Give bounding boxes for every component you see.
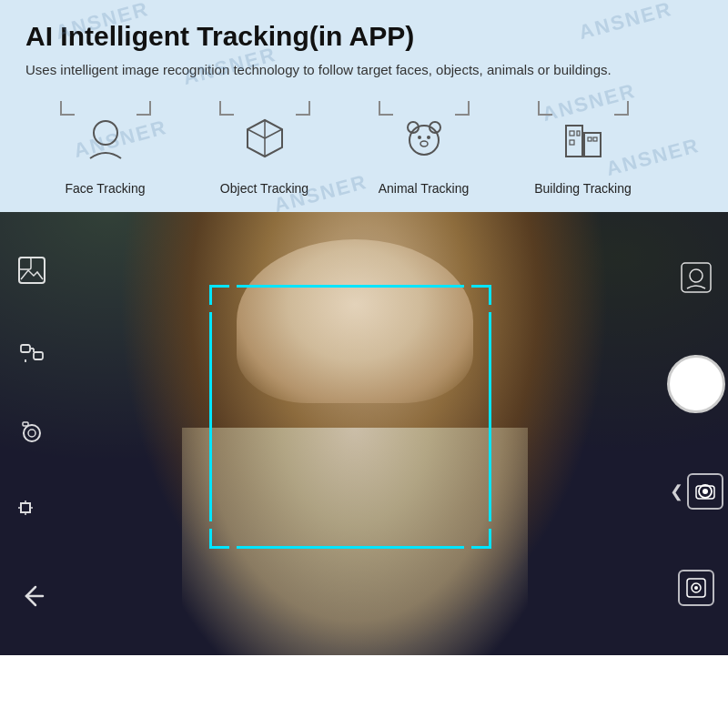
face-track-icon[interactable] <box>679 260 713 295</box>
face-icon-box <box>60 101 151 174</box>
svg-rect-16 <box>570 140 574 145</box>
animal-svg-icon <box>399 113 449 162</box>
svg-line-3 <box>248 129 265 138</box>
svg-rect-35 <box>682 263 711 292</box>
svg-point-9 <box>418 136 421 139</box>
back-icon[interactable] <box>15 579 49 613</box>
camera-left-sidebar <box>0 212 64 655</box>
svg-point-11 <box>420 141 428 147</box>
connect-icon[interactable] <box>15 335 49 369</box>
svg-rect-17 <box>588 137 592 141</box>
chevron-left-icon: ❮ <box>670 481 683 501</box>
building-tracking-label: Building Tracking <box>534 181 632 196</box>
tracking-item-object: Object Tracking <box>185 101 344 196</box>
svg-point-42 <box>694 586 698 590</box>
camera-section: ❮ <box>0 212 728 655</box>
object-svg-icon <box>240 113 289 162</box>
svg-point-26 <box>24 425 40 441</box>
tracking-item-face: Face Tracking <box>25 101 185 196</box>
svg-rect-15 <box>577 131 580 136</box>
camera-settings-icon[interactable] <box>678 570 714 606</box>
svg-point-27 <box>28 430 35 437</box>
svg-point-36 <box>690 269 703 282</box>
svg-rect-28 <box>23 422 28 426</box>
gallery-icon[interactable] <box>15 253 49 288</box>
tracking-item-building: Building Tracking <box>503 101 662 196</box>
svg-point-10 <box>427 136 430 139</box>
svg-rect-21 <box>21 345 30 352</box>
svg-line-4 <box>265 129 282 138</box>
tracking-item-animal: Animal Tracking <box>344 101 503 196</box>
flip-camera-icon[interactable] <box>687 473 723 510</box>
object-icon-box <box>219 101 310 174</box>
person-hat <box>237 239 473 403</box>
svg-rect-18 <box>593 137 597 141</box>
svg-point-38 <box>703 489 708 494</box>
focus-icon[interactable] <box>15 497 49 531</box>
animal-icon-box <box>379 101 470 174</box>
animal-tracking-label: Animal Tracking <box>379 181 470 196</box>
tracking-icons-row: Face Tracking Object Tracking <box>25 101 703 196</box>
svg-rect-22 <box>34 352 43 359</box>
svg-point-0 <box>94 121 117 145</box>
camera-mode-icon[interactable] <box>15 416 49 450</box>
top-section: ANSNER ANSNER ANSNER ANSNER ANSNER ANSNE… <box>0 0 728 212</box>
object-tracking-label: Object Tracking <box>220 181 308 196</box>
building-icon-box <box>538 101 629 174</box>
svg-rect-13 <box>584 133 601 157</box>
face-svg-icon <box>81 113 130 162</box>
page-subtitle: Uses intelligent image recognition techn… <box>25 60 626 81</box>
face-tracking-label: Face Tracking <box>66 181 146 196</box>
svg-rect-19 <box>19 258 45 283</box>
svg-point-6 <box>410 126 439 155</box>
svg-rect-14 <box>570 131 574 136</box>
shutter-button[interactable] <box>667 355 725 413</box>
flip-camera-group: ❮ <box>670 473 723 510</box>
camera-right-sidebar: ❮ <box>664 212 728 655</box>
building-svg-icon <box>559 113 608 162</box>
page-title: AI Intelligent Tracking(in APP) <box>25 20 703 53</box>
person-clothing <box>182 428 528 655</box>
svg-rect-29 <box>21 503 30 512</box>
svg-rect-20 <box>19 258 31 269</box>
